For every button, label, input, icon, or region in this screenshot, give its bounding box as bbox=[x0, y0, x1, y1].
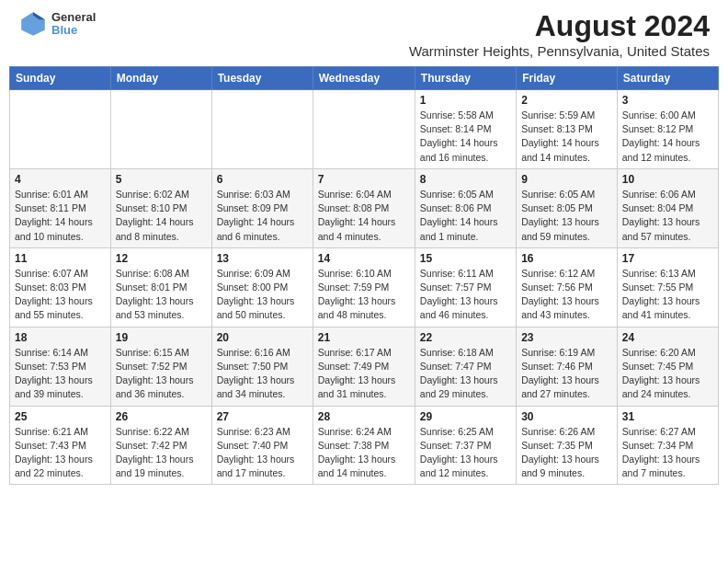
day-number: 28 bbox=[318, 410, 410, 423]
day-header: Thursday bbox=[415, 67, 516, 90]
day-info: Sunrise: 6:04 AMSunset: 8:08 PMDaylight:… bbox=[318, 188, 410, 244]
day-number: 4 bbox=[15, 173, 106, 186]
day-info: Sunrise: 6:03 AMSunset: 8:09 PMDaylight:… bbox=[217, 188, 308, 244]
calendar-cell bbox=[10, 90, 111, 169]
calendar-cell: 3Sunrise: 6:00 AMSunset: 8:12 PMDaylight… bbox=[617, 90, 718, 169]
main-title: August 2024 bbox=[409, 9, 710, 43]
day-info: Sunrise: 6:14 AMSunset: 7:53 PMDaylight:… bbox=[15, 346, 106, 402]
day-number: 21 bbox=[318, 331, 410, 344]
calendar-cell: 9Sunrise: 6:05 AMSunset: 8:05 PMDaylight… bbox=[517, 168, 618, 247]
calendar-cell: 18Sunrise: 6:14 AMSunset: 7:53 PMDayligh… bbox=[10, 327, 111, 406]
calendar-cell: 16Sunrise: 6:12 AMSunset: 7:56 PMDayligh… bbox=[517, 247, 618, 327]
calendar-cell: 17Sunrise: 6:13 AMSunset: 7:55 PMDayligh… bbox=[617, 247, 718, 327]
day-number: 27 bbox=[217, 410, 308, 423]
day-info: Sunrise: 6:05 AMSunset: 8:05 PMDaylight:… bbox=[521, 188, 612, 244]
day-info: Sunrise: 6:25 AMSunset: 7:37 PMDaylight:… bbox=[420, 425, 511, 481]
calendar-cell: 10Sunrise: 6:06 AMSunset: 8:04 PMDayligh… bbox=[617, 168, 718, 247]
day-header: Sunday bbox=[10, 67, 111, 90]
day-info: Sunrise: 6:05 AMSunset: 8:06 PMDaylight:… bbox=[420, 188, 511, 244]
day-info: Sunrise: 6:24 AMSunset: 7:38 PMDaylight:… bbox=[318, 425, 410, 481]
day-number: 5 bbox=[116, 173, 207, 186]
logo: General Blue bbox=[18, 9, 96, 39]
day-number: 12 bbox=[116, 252, 207, 265]
calendar-cell: 1Sunrise: 5:58 AMSunset: 8:14 PMDaylight… bbox=[415, 90, 516, 169]
calendar-cell: 11Sunrise: 6:07 AMSunset: 8:03 PMDayligh… bbox=[10, 247, 111, 327]
calendar-cell: 21Sunrise: 6:17 AMSunset: 7:49 PMDayligh… bbox=[313, 327, 415, 406]
day-info: Sunrise: 6:13 AMSunset: 7:55 PMDaylight:… bbox=[622, 267, 713, 323]
day-info: Sunrise: 6:27 AMSunset: 7:34 PMDaylight:… bbox=[622, 425, 713, 481]
calendar-cell: 4Sunrise: 6:01 AMSunset: 8:11 PMDaylight… bbox=[10, 168, 111, 247]
calendar-cell: 12Sunrise: 6:08 AMSunset: 8:01 PMDayligh… bbox=[110, 247, 211, 327]
day-info: Sunrise: 6:22 AMSunset: 7:42 PMDaylight:… bbox=[116, 425, 207, 481]
subtitle: Warminster Heights, Pennsylvania, United… bbox=[409, 43, 710, 59]
day-number: 8 bbox=[420, 173, 511, 186]
day-number: 10 bbox=[622, 173, 713, 186]
calendar-cell: 15Sunrise: 6:11 AMSunset: 7:57 PMDayligh… bbox=[415, 247, 516, 327]
calendar-cell: 14Sunrise: 6:10 AMSunset: 7:59 PMDayligh… bbox=[313, 247, 415, 327]
day-number: 13 bbox=[217, 252, 308, 265]
day-number: 7 bbox=[318, 173, 410, 186]
calendar-cell bbox=[110, 90, 211, 169]
day-number: 2 bbox=[521, 94, 612, 107]
day-info: Sunrise: 6:19 AMSunset: 7:46 PMDaylight:… bbox=[521, 346, 612, 402]
title-block: August 2024 Warminster Heights, Pennsylv… bbox=[409, 9, 710, 59]
day-info: Sunrise: 5:58 AMSunset: 8:14 PMDaylight:… bbox=[420, 109, 511, 165]
calendar-cell: 27Sunrise: 6:23 AMSunset: 7:40 PMDayligh… bbox=[211, 406, 313, 485]
calendar-cell: 23Sunrise: 6:19 AMSunset: 7:46 PMDayligh… bbox=[517, 327, 618, 406]
day-info: Sunrise: 6:06 AMSunset: 8:04 PMDaylight:… bbox=[622, 188, 713, 244]
page-header: General Blue August 2024 Warminster Heig… bbox=[0, 0, 728, 63]
day-number: 24 bbox=[622, 331, 713, 344]
day-info: Sunrise: 6:16 AMSunset: 7:50 PMDaylight:… bbox=[217, 346, 308, 402]
day-header: Saturday bbox=[617, 67, 718, 90]
day-info: Sunrise: 6:20 AMSunset: 7:45 PMDaylight:… bbox=[622, 346, 713, 402]
day-info: Sunrise: 6:15 AMSunset: 7:52 PMDaylight:… bbox=[116, 346, 207, 402]
day-info: Sunrise: 6:12 AMSunset: 7:56 PMDaylight:… bbox=[521, 267, 612, 323]
calendar-cell: 22Sunrise: 6:18 AMSunset: 7:47 PMDayligh… bbox=[415, 327, 516, 406]
day-header: Friday bbox=[517, 67, 618, 90]
day-info: Sunrise: 6:02 AMSunset: 8:10 PMDaylight:… bbox=[116, 188, 207, 244]
calendar-cell: 19Sunrise: 6:15 AMSunset: 7:52 PMDayligh… bbox=[110, 327, 211, 406]
day-info: Sunrise: 6:11 AMSunset: 7:57 PMDaylight:… bbox=[420, 267, 511, 323]
day-info: Sunrise: 6:07 AMSunset: 8:03 PMDaylight:… bbox=[15, 267, 106, 323]
day-number: 25 bbox=[15, 410, 106, 423]
calendar-table: SundayMondayTuesdayWednesdayThursdayFrid… bbox=[9, 66, 719, 485]
logo-text: General Blue bbox=[51, 11, 96, 38]
calendar-cell: 31Sunrise: 6:27 AMSunset: 7:34 PMDayligh… bbox=[617, 406, 718, 485]
calendar-cell: 20Sunrise: 6:16 AMSunset: 7:50 PMDayligh… bbox=[211, 327, 313, 406]
day-number: 18 bbox=[15, 331, 106, 344]
day-number: 6 bbox=[217, 173, 308, 186]
calendar-cell: 28Sunrise: 6:24 AMSunset: 7:38 PMDayligh… bbox=[313, 406, 415, 485]
calendar-cell: 8Sunrise: 6:05 AMSunset: 8:06 PMDaylight… bbox=[415, 168, 516, 247]
logo-icon bbox=[18, 9, 48, 39]
calendar-cell: 29Sunrise: 6:25 AMSunset: 7:37 PMDayligh… bbox=[415, 406, 516, 485]
day-info: Sunrise: 6:18 AMSunset: 7:47 PMDaylight:… bbox=[420, 346, 511, 402]
day-number: 11 bbox=[15, 252, 106, 265]
day-number: 14 bbox=[318, 252, 410, 265]
day-info: Sunrise: 6:00 AMSunset: 8:12 PMDaylight:… bbox=[622, 109, 713, 165]
day-number: 16 bbox=[521, 252, 612, 265]
calendar-cell: 13Sunrise: 6:09 AMSunset: 8:00 PMDayligh… bbox=[211, 247, 313, 327]
day-number: 23 bbox=[521, 331, 612, 344]
day-number: 26 bbox=[116, 410, 207, 423]
day-number: 3 bbox=[622, 94, 713, 107]
calendar-cell: 2Sunrise: 5:59 AMSunset: 8:13 PMDaylight… bbox=[517, 90, 618, 169]
day-info: Sunrise: 6:09 AMSunset: 8:00 PMDaylight:… bbox=[217, 267, 308, 323]
day-info: Sunrise: 6:23 AMSunset: 7:40 PMDaylight:… bbox=[217, 425, 308, 481]
calendar-cell: 26Sunrise: 6:22 AMSunset: 7:42 PMDayligh… bbox=[110, 406, 211, 485]
day-number: 20 bbox=[217, 331, 308, 344]
calendar-cell: 5Sunrise: 6:02 AMSunset: 8:10 PMDaylight… bbox=[110, 168, 211, 247]
calendar-cell: 24Sunrise: 6:20 AMSunset: 7:45 PMDayligh… bbox=[617, 327, 718, 406]
svg-marker-0 bbox=[21, 12, 45, 36]
day-header: Tuesday bbox=[211, 67, 313, 90]
day-info: Sunrise: 6:21 AMSunset: 7:43 PMDaylight:… bbox=[15, 425, 106, 481]
day-info: Sunrise: 6:26 AMSunset: 7:35 PMDaylight:… bbox=[521, 425, 612, 481]
day-number: 30 bbox=[521, 410, 612, 423]
day-header: Wednesday bbox=[313, 67, 415, 90]
day-info: Sunrise: 6:08 AMSunset: 8:01 PMDaylight:… bbox=[116, 267, 207, 323]
day-number: 17 bbox=[622, 252, 713, 265]
calendar-cell: 30Sunrise: 6:26 AMSunset: 7:35 PMDayligh… bbox=[517, 406, 618, 485]
day-number: 22 bbox=[420, 331, 511, 344]
calendar-cell: 25Sunrise: 6:21 AMSunset: 7:43 PMDayligh… bbox=[10, 406, 111, 485]
day-number: 1 bbox=[420, 94, 511, 107]
day-header: Monday bbox=[110, 67, 211, 90]
